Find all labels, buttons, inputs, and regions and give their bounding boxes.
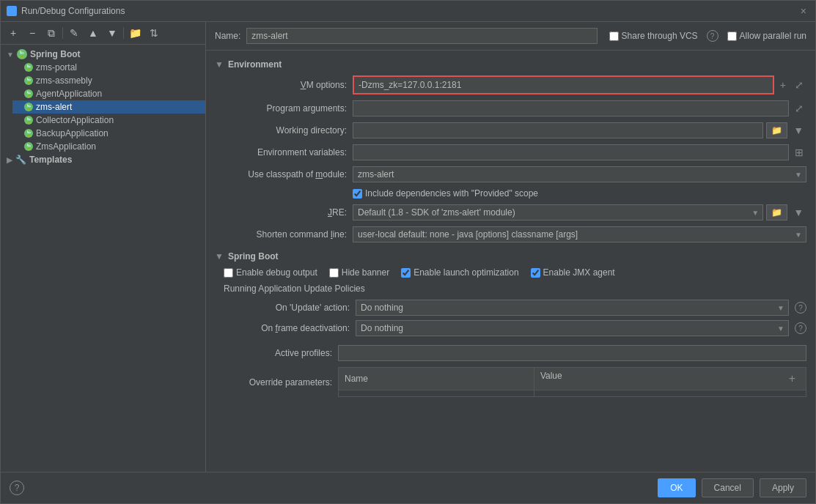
enable-debug-checkbox[interactable]: [224, 268, 233, 278]
vm-options-row: VM options: + ⤢: [215, 75, 806, 94]
program-args-label: Program arguments:: [215, 103, 347, 114]
title-bar: Run/Debug Configurations ×: [1, 1, 815, 22]
vcs-help-icon[interactable]: ?: [707, 30, 718, 42]
on-update-help-icon[interactable]: ?: [795, 302, 806, 314]
item-icon: 🍃: [24, 89, 33, 98]
override-params-label: Override parameters:: [215, 377, 332, 388]
enable-launch-label[interactable]: Enable launch optimization: [401, 267, 518, 278]
on-update-label: On 'Update' action:: [232, 303, 350, 313]
program-args-expand-button[interactable]: ⤢: [792, 101, 806, 116]
config-body: ▼ Environment VM options: + ⤢: [206, 51, 815, 472]
hide-banner-label[interactable]: Hide banner: [329, 267, 389, 278]
table-cell-value: [534, 390, 806, 397]
hide-banner-checkbox[interactable]: [329, 268, 339, 278]
item-label: ZmsApplication: [36, 141, 96, 152]
remove-config-button[interactable]: −: [24, 25, 40, 41]
dialog-icon: [7, 6, 17, 16]
include-deps-checkbox[interactable]: [353, 189, 362, 199]
enable-jmx-label[interactable]: Enable JMX agent: [531, 267, 615, 278]
apply-button[interactable]: Apply: [760, 478, 806, 497]
jre-row: JRE: Default (1.8 - SDK of 'zms-alert' m…: [215, 204, 806, 220]
active-profiles-label: Active profiles:: [215, 348, 332, 358]
item-label: CollectorApplication: [36, 115, 114, 125]
list-item[interactable]: 🍃 BackupApplication: [12, 127, 205, 140]
sort-button[interactable]: ⇅: [146, 25, 162, 41]
run-debug-dialog: Run/Debug Configurations × + − ⧉ ✎ ▲ ▼ 📁…: [0, 0, 816, 504]
edit-config-button[interactable]: ✎: [66, 25, 82, 41]
item-label: BackupApplication: [36, 128, 109, 138]
on-update-select-wrapper: Do nothing ▼: [356, 300, 789, 316]
table-row: [339, 390, 806, 397]
on-frame-select[interactable]: Do nothing: [356, 320, 789, 336]
item-icon: 🍃: [24, 63, 33, 72]
vm-expand-button[interactable]: +: [777, 78, 789, 92]
add-override-button[interactable]: +: [784, 371, 800, 387]
vm-options-label: VM options:: [215, 80, 347, 90]
spring-boot-section-header: ▼ Spring Boot: [215, 251, 806, 262]
item-label: AgentApplication: [36, 89, 102, 99]
list-item[interactable]: 🍃 ZmsApplication: [12, 140, 205, 153]
program-args-row: Program arguments: ⤢: [215, 100, 806, 116]
working-dir-input[interactable]: [353, 122, 763, 138]
spring-boot-toggle[interactable]: ▼: [215, 251, 224, 262]
enable-launch-checkbox[interactable]: [401, 268, 411, 278]
shorten-cmd-label: Shorten command line:: [215, 229, 347, 240]
templates-group[interactable]: ▶ 🔧 Templates: [1, 153, 205, 166]
env-vars-input[interactable]: [353, 144, 789, 160]
list-item-selected[interactable]: 🍃 zms-alert: [12, 100, 205, 114]
ok-button[interactable]: OK: [658, 478, 695, 497]
item-label: zms-portal: [36, 62, 77, 73]
cancel-button[interactable]: Cancel: [702, 478, 754, 497]
include-deps-label[interactable]: Include dependencies with "Provided" sco…: [353, 188, 538, 199]
templates-label: Templates: [29, 155, 72, 165]
jre-select[interactable]: Default (1.8 - SDK of 'zms-alert' module…: [353, 204, 763, 220]
spring-boot-options: Enable debug output Hide banner Enable l…: [224, 267, 806, 278]
share-vcs-checkbox[interactable]: [609, 32, 619, 41]
bottom-bar: ? OK Cancel Apply: [1, 472, 815, 503]
table-header-name: Name: [339, 368, 534, 390]
program-args-input[interactable]: [353, 100, 789, 116]
spring-boot-group[interactable]: ▼ 🍃 Spring Boot: [1, 48, 205, 61]
help-button[interactable]: ?: [10, 481, 24, 495]
copy-config-button[interactable]: ⧉: [43, 25, 59, 41]
running-app-section: Running Application Update Policies On '…: [224, 284, 806, 336]
working-dir-dropdown-button[interactable]: ▼: [790, 123, 806, 138]
list-item[interactable]: 🍃 CollectorApplication: [12, 114, 205, 127]
move-up-button[interactable]: ▲: [85, 25, 101, 41]
config-header: Name: Share through VCS ? Allow parallel…: [206, 22, 815, 51]
on-frame-help-icon[interactable]: ?: [795, 322, 806, 334]
jre-folder-button[interactable]: 📁: [766, 204, 787, 220]
on-update-select[interactable]: Do nothing: [356, 300, 789, 316]
vm-options-input[interactable]: [356, 78, 771, 92]
working-dir-label: Working directory:: [215, 125, 347, 136]
spring-boot-group-icon: 🍃: [17, 49, 27, 59]
list-item[interactable]: 🍃 zms-portal: [12, 61, 205, 74]
enable-jmx-checkbox[interactable]: [531, 268, 540, 278]
shorten-cmd-select[interactable]: user-local default: none - java [options…: [353, 226, 806, 242]
allow-parallel-checkbox[interactable]: [727, 32, 737, 41]
classpath-select[interactable]: zms-alert: [353, 166, 806, 182]
allow-parallel-label[interactable]: Allow parallel run: [727, 31, 806, 41]
item-icon: 🍃: [24, 116, 33, 125]
env-vars-edit-button[interactable]: ⊞: [792, 145, 806, 160]
active-profiles-input[interactable]: [338, 345, 806, 361]
add-config-button[interactable]: +: [5, 25, 21, 41]
config-name-input[interactable]: [246, 28, 597, 44]
include-deps-row: Include dependencies with "Provided" sco…: [215, 188, 806, 199]
active-profiles-row: Active profiles:: [215, 345, 806, 361]
working-dir-folder-button[interactable]: 📁: [766, 122, 787, 138]
jre-dropdown-button[interactable]: ▼: [790, 205, 806, 220]
enable-debug-label[interactable]: Enable debug output: [224, 267, 317, 278]
vm-fullscreen-button[interactable]: ⤢: [792, 78, 806, 92]
environment-toggle[interactable]: ▼: [215, 59, 224, 70]
close-button[interactable]: ×: [798, 5, 809, 17]
toolbar-divider2: [123, 27, 124, 39]
list-item[interactable]: 🍃 AgentApplication: [12, 87, 205, 100]
item-icon: 🍃: [24, 103, 33, 111]
move-down-button[interactable]: ▼: [104, 25, 120, 41]
share-vcs-label[interactable]: Share through VCS: [609, 31, 698, 41]
folder-button[interactable]: 📁: [127, 25, 143, 41]
item-label: zms-assmebly: [36, 75, 92, 86]
list-item[interactable]: 🍃 zms-assmebly: [12, 74, 205, 87]
shorten-cmd-wrapper: user-local default: none - java [options…: [353, 226, 806, 242]
